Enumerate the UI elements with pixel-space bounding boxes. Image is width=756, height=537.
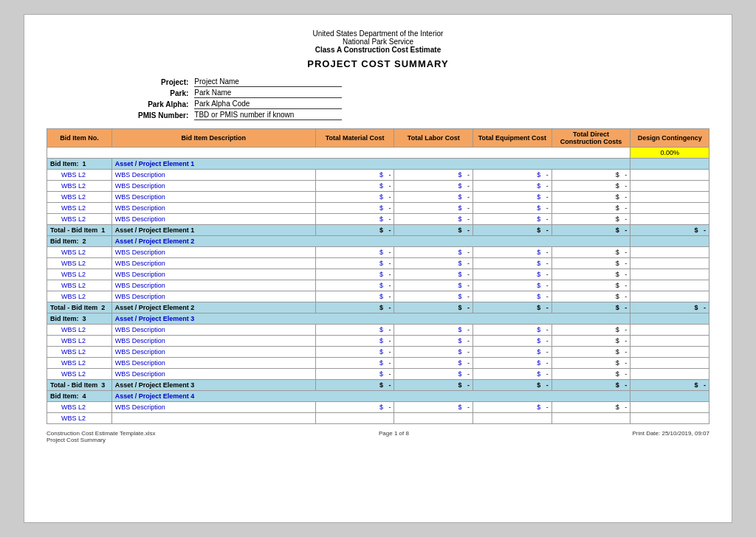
direct-cell: $ - xyxy=(551,280,630,291)
labor-cell: $ - xyxy=(394,258,473,269)
wbs-contingency-cell xyxy=(630,347,709,358)
wbs-desc-cell: WBS Description xyxy=(111,203,315,214)
total-labor: $ - xyxy=(394,380,473,391)
material-cell: $ - xyxy=(315,247,394,258)
equipment-cell: $ - xyxy=(473,170,552,181)
col-header-contingency: Design Contingency xyxy=(630,129,709,148)
total-label: Total - Bid Item 1 xyxy=(47,225,112,236)
total-asset: Asset / Project Element 3 xyxy=(111,380,315,391)
total-equipment: $ - xyxy=(473,380,552,391)
wbs-l2-cell: WBS L2 xyxy=(47,280,112,291)
wbs-l2-cell: WBS L2 xyxy=(47,336,112,347)
col-header-bid-no: Bid Item No. xyxy=(47,129,112,148)
pmis-label: PMIS Number: xyxy=(135,110,191,121)
equipment-cell: $ - xyxy=(473,402,552,413)
wbs-contingency-cell xyxy=(630,214,709,225)
labor-cell: $ - xyxy=(394,358,473,369)
equipment-cell: $ - xyxy=(473,214,552,225)
wbs-desc-cell: WBS Description xyxy=(111,336,315,347)
wbs-desc-cell: WBS Description xyxy=(111,358,315,369)
wbs-contingency-cell xyxy=(630,336,709,347)
equipment-cell: $ - xyxy=(473,280,552,291)
wbs-l2-cell: WBS L2 xyxy=(47,358,112,369)
col-header-direct: Total Direct Construction Costs xyxy=(551,129,630,148)
bid-item-asset: Asset / Project Element 1 xyxy=(111,159,630,170)
direct-cell: $ - xyxy=(551,170,630,181)
bid-item-asset: Asset / Project Element 2 xyxy=(111,236,630,247)
labor-cell: $ - xyxy=(394,181,473,192)
labor-cell: $ - xyxy=(394,336,473,347)
park-label: Park: xyxy=(135,88,191,99)
material-cell: $ - xyxy=(315,402,394,413)
wbs-desc-cell: WBS Description xyxy=(111,369,315,380)
park-value: Park Name xyxy=(194,89,342,98)
direct-cell: $ - xyxy=(551,269,630,280)
direct-cell: $ - xyxy=(551,214,630,225)
wbs-l2-cell: WBS L2 xyxy=(47,203,112,214)
wbs-row: WBS L2 WBS Description $ - $ - $ - $ - xyxy=(47,347,709,358)
page-footer: Construction Cost Estimate Template.xlsx… xyxy=(47,430,709,443)
wbs-desc-cell: WBS Description xyxy=(111,181,315,192)
total-bid-item-row: Total - Bid Item 1 Asset / Project Eleme… xyxy=(47,225,709,236)
labor-cell xyxy=(394,413,473,424)
equipment-cell: $ - xyxy=(473,369,552,380)
col-header-labor: Total Labor Cost xyxy=(394,129,473,148)
bid-item-label: Bid Item: 3 xyxy=(47,313,112,325)
wbs-l2-cell: WBS L2 xyxy=(47,214,112,225)
equipment-cell: $ - xyxy=(473,347,552,358)
wbs-contingency-cell xyxy=(630,203,709,214)
wbs-desc-cell: WBS Description xyxy=(111,192,315,203)
wbs-row: WBS L2 WBS Description $ - $ - $ - $ - xyxy=(47,181,709,192)
labor-cell: $ - xyxy=(394,369,473,380)
main-table: Bid Item No. Bid Item Description Total … xyxy=(47,128,709,424)
equipment-cell: $ - xyxy=(473,325,552,336)
wbs-desc-cell: WBS Description xyxy=(111,291,315,302)
footer-date: Print Date: 25/10/2019, 09:07 xyxy=(632,430,709,443)
total-labor: $ - xyxy=(394,225,473,236)
wbs-l2-cell: WBS L2 xyxy=(47,291,112,302)
wbs-contingency-cell xyxy=(630,325,709,336)
total-labor: $ - xyxy=(394,302,473,313)
total-material: $ - xyxy=(315,380,394,391)
equipment-cell: $ - xyxy=(473,258,552,269)
total-label: Total - Bid Item 2 xyxy=(47,302,112,313)
total-direct: $ - xyxy=(551,302,630,313)
material-cell: $ - xyxy=(315,258,394,269)
project-info: Project: Project Name Park: Park Name Pa… xyxy=(135,77,709,121)
total-equipment: $ - xyxy=(473,302,552,313)
equipment-cell: $ - xyxy=(473,358,552,369)
labor-cell: $ - xyxy=(394,280,473,291)
wbs-row: WBS L2 WBS Description $ - $ - $ - $ - xyxy=(47,170,709,181)
wbs-contingency-cell xyxy=(630,192,709,203)
labor-cell: $ - xyxy=(394,203,473,214)
direct-cell: $ - xyxy=(551,203,630,214)
bid-item-row: Bid Item: 3 Asset / Project Element 3 xyxy=(47,313,709,325)
direct-cell: $ - xyxy=(551,247,630,258)
bid-item-contingency-cell xyxy=(630,236,709,247)
total-material: $ - xyxy=(315,225,394,236)
agency-line2: National Park Service xyxy=(47,38,709,46)
wbs-row: WBS L2 WBS Description $ - $ - $ - $ - xyxy=(47,203,709,214)
equipment-cell: $ - xyxy=(473,247,552,258)
total-contingency: $ - xyxy=(630,380,709,391)
wbs-l2-cell: WBS L2 xyxy=(47,170,112,181)
bid-item-asset: Asset / Project Element 3 xyxy=(111,313,630,325)
equipment-cell: $ - xyxy=(473,269,552,280)
labor-cell: $ - xyxy=(394,402,473,413)
material-cell xyxy=(315,413,394,424)
bid-item-contingency-cell xyxy=(630,159,709,170)
wbs-l2-cell: WBS L2 xyxy=(47,325,112,336)
wbs-l2-cell: WBS L2 xyxy=(47,192,112,203)
total-contingency: $ - xyxy=(630,302,709,313)
wbs-contingency-cell xyxy=(630,402,709,413)
material-cell: $ - xyxy=(315,347,394,358)
col-header-material: Total Material Cost xyxy=(315,129,394,148)
wbs-row: WBS L2 WBS Description $ - $ - $ - $ - xyxy=(47,325,709,336)
total-contingency: $ - xyxy=(630,225,709,236)
document-header: United States Department of the Interior… xyxy=(47,30,709,69)
wbs-row: WBS L2 WBS Description $ - $ - $ - $ - xyxy=(47,358,709,369)
direct-cell: $ - xyxy=(551,369,630,380)
wbs-row: WBS L2 WBS Description $ - $ - $ - $ - xyxy=(47,258,709,269)
agency-line1: United States Department of the Interior xyxy=(47,30,709,38)
equipment-cell: $ - xyxy=(473,291,552,302)
